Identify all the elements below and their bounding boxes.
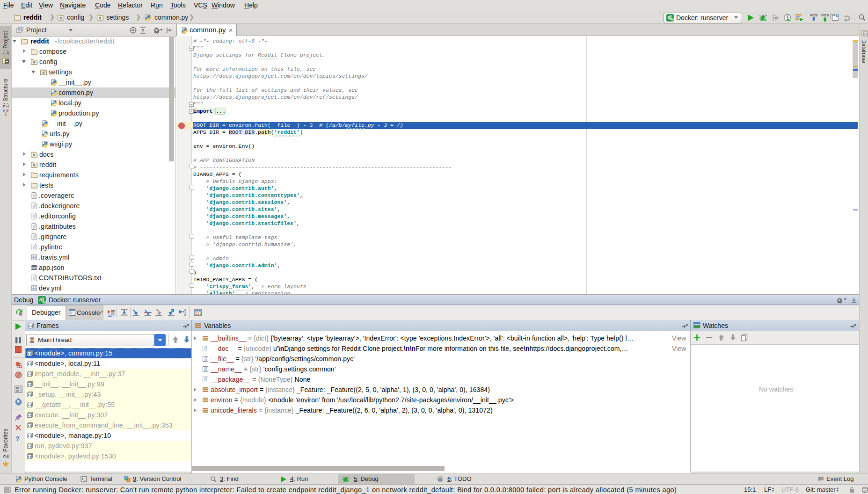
svg-text:VCS: VCS: [821, 13, 829, 17]
svg-text:VCS: VCS: [810, 13, 818, 17]
